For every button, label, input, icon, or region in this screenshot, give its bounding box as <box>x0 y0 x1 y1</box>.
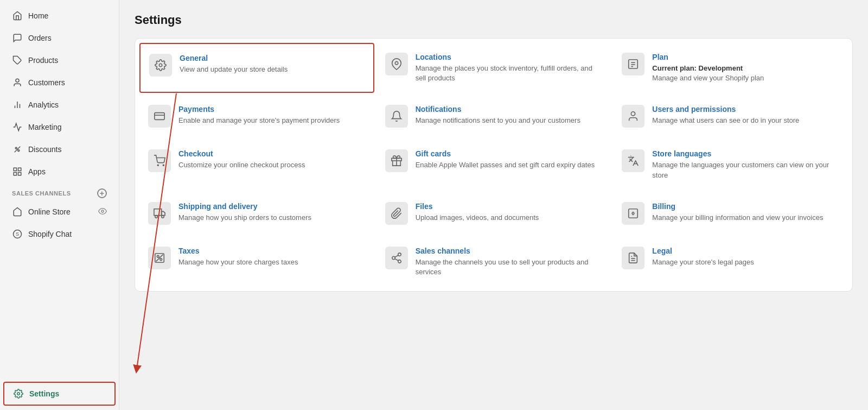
user-icon <box>622 105 644 128</box>
svg-point-31 <box>155 215 158 218</box>
settings-desc-checkout: Customize your online checkout process <box>178 160 305 170</box>
sidebar-item-apps[interactable]: Apps <box>3 161 116 182</box>
settings-desc-payments: Enable and manage your store's payment p… <box>178 116 340 125</box>
sidebar-label-discounts: Discounts <box>28 145 61 154</box>
customers-icon <box>12 77 23 88</box>
svg-rect-22 <box>155 113 164 120</box>
legal-icon <box>622 247 644 269</box>
settings-desc-taxes: Manage how your store charges taxes <box>178 257 298 267</box>
plan-icon <box>622 53 644 75</box>
svg-rect-10 <box>14 173 16 175</box>
sidebar-label-orders: Orders <box>28 34 52 42</box>
settings-desc-locations: Manage the places you stock inventory, f… <box>416 64 603 83</box>
svg-rect-8 <box>14 168 16 171</box>
settings-item-shipping-delivery[interactable]: Shipping and deliveryManage how you ship… <box>139 192 374 235</box>
sidebar-item-online-store[interactable]: Online Store <box>3 201 116 223</box>
sidebar-item-home[interactable]: Home <box>3 5 116 27</box>
settings-title-billing: Billing <box>652 202 823 211</box>
eye-icon <box>98 207 107 217</box>
sidebar-item-shopify-chat[interactable]: S Shopify Chat <box>3 223 116 245</box>
settings-desc-users-permissions: Manage what users can see or do in your … <box>652 116 799 125</box>
sidebar-item-settings[interactable]: Settings <box>3 382 116 406</box>
svg-point-15 <box>17 393 20 395</box>
settings-item-legal[interactable]: LegalManage your store's legal pages <box>613 237 848 287</box>
bell-icon <box>385 105 408 128</box>
svg-point-5 <box>15 147 17 149</box>
settings-item-checkout[interactable]: CheckoutCustomize your online checkout p… <box>139 140 374 190</box>
sidebar-label-apps: Apps <box>28 167 46 176</box>
settings-item-store-languages[interactable]: Store languagesManage the languages your… <box>613 140 848 190</box>
settings-title-locations: Locations <box>416 53 603 61</box>
sidebar-label-online-store: Online Store <box>28 207 71 216</box>
chat-icon: S <box>12 229 23 239</box>
sidebar-item-discounts[interactable]: Discounts <box>3 138 116 160</box>
settings-item-notifications[interactable]: NotificationsManage notifications sent t… <box>376 95 611 137</box>
settings-title-users-permissions: Users and permissions <box>652 105 799 113</box>
svg-point-37 <box>157 255 159 257</box>
svg-point-1 <box>16 79 19 82</box>
svg-point-41 <box>398 253 401 256</box>
settings-title-general: General <box>180 54 288 62</box>
settings-item-billing[interactable]: BillingManage your billing information a… <box>613 192 848 235</box>
svg-point-12 <box>101 210 104 212</box>
svg-point-34 <box>632 212 634 215</box>
settings-item-payments[interactable]: PaymentsEnable and manage your store's p… <box>139 95 374 137</box>
settings-title-gift-cards: Gift cards <box>416 149 595 158</box>
settings-desc-plan: Current plan: DevelopmentManage and view… <box>652 64 764 83</box>
settings-item-users-permissions[interactable]: Users and permissionsManage what users c… <box>613 95 848 137</box>
sidebar-item-analytics[interactable]: Analytics <box>3 94 116 116</box>
payments-icon <box>148 105 171 128</box>
settings-item-general[interactable]: GeneralView and update your store detail… <box>139 43 374 93</box>
svg-rect-11 <box>18 173 21 175</box>
settings-desc-legal: Manage your store's legal pages <box>652 257 754 267</box>
sidebar-item-marketing[interactable]: Marketing <box>3 116 116 138</box>
location-icon <box>385 53 408 75</box>
svg-rect-18 <box>629 60 638 69</box>
settings-item-plan[interactable]: PlanCurrent plan: DevelopmentManage and … <box>613 43 848 93</box>
svg-marker-30 <box>162 211 165 215</box>
sidebar-label-customers: Customers <box>28 78 65 87</box>
settings-desc-notifications: Manage notifications sent to you and you… <box>416 116 580 125</box>
settings-title-checkout: Checkout <box>178 149 305 158</box>
paperclip-icon <box>385 202 408 225</box>
sidebar-label-analytics: Analytics <box>28 100 59 109</box>
truck-icon <box>148 202 171 225</box>
sidebar-settings-section: Settings <box>3 381 116 406</box>
svg-rect-9 <box>18 168 21 171</box>
settings-desc-files: Upload images, videos, and documents <box>416 213 539 223</box>
sidebar-nav: Home Orders Products Customers <box>0 0 119 379</box>
settings-title-sales-channels: Sales channels <box>416 247 603 255</box>
settings-desc-billing: Manage your billing information and view… <box>652 213 823 223</box>
settings-title-notifications: Notifications <box>416 105 580 113</box>
sidebar-label-shopify-chat: Shopify Chat <box>28 230 72 238</box>
billing-icon <box>622 202 644 225</box>
settings-item-files[interactable]: FilesUpload images, videos, and document… <box>376 192 611 235</box>
settings-title-legal: Legal <box>652 247 754 255</box>
settings-item-locations[interactable]: LocationsManage the places you stock inv… <box>376 43 611 93</box>
sidebar-item-orders[interactable]: Orders <box>3 27 116 49</box>
settings-grid: GeneralView and update your store detail… <box>139 43 848 287</box>
sidebar-item-products[interactable]: Products <box>3 49 116 71</box>
svg-point-16 <box>159 64 162 67</box>
sidebar-item-customers[interactable]: Customers <box>3 72 116 93</box>
settings-desc-sales-channels: Manage the channels you use to sell your… <box>416 257 603 277</box>
settings-item-sales-channels[interactable]: Sales channelsManage the channels you us… <box>376 237 611 287</box>
settings-title-taxes: Taxes <box>178 247 298 255</box>
add-sales-channel-button[interactable]: + <box>97 188 107 198</box>
svg-point-24 <box>631 112 635 116</box>
svg-rect-33 <box>629 209 638 218</box>
svg-line-44 <box>395 258 398 261</box>
svg-point-32 <box>162 215 164 218</box>
settings-desc-gift-cards: Enable Apple Wallet passes and set gift … <box>416 160 595 170</box>
svg-point-17 <box>395 61 398 65</box>
settings-item-taxes[interactable]: TaxesManage how your store charges taxes <box>139 237 374 287</box>
settings-desc-store-languages: Manage the languages your customers can … <box>652 160 839 180</box>
svg-point-6 <box>18 150 20 152</box>
apps-icon <box>12 166 23 177</box>
svg-point-43 <box>398 260 401 263</box>
analytics-icon <box>12 99 23 110</box>
sidebar-label-products: Products <box>28 56 58 65</box>
online-store-icon <box>12 206 23 217</box>
settings-item-gift-cards[interactable]: Gift cardsEnable Apple Wallet passes and… <box>376 140 611 190</box>
svg-point-25 <box>157 165 158 166</box>
